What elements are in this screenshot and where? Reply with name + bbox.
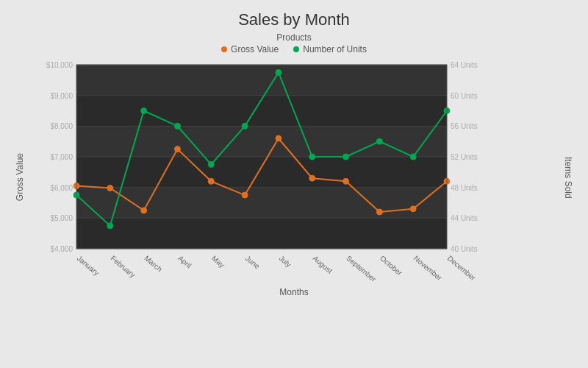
chart-outer: Gross Value $4,000$5,000$6,000$7,000$8,0… [15,57,573,297]
svg-point-37 [376,209,382,215]
svg-point-32 [208,178,214,184]
svg-point-49 [376,138,382,144]
svg-text:$4,000: $4,000 [50,245,73,253]
svg-point-33 [242,192,248,198]
svg-text:60 Units: 60 Units [451,92,478,100]
svg-rect-1 [76,65,447,96]
svg-text:$8,000: $8,000 [50,122,73,130]
svg-text:June: June [244,254,262,271]
chart-title: Sales by Month [238,10,350,29]
svg-point-30 [141,208,147,213]
legend-units-label: Number of Units [303,44,367,54]
svg-text:$5,000: $5,000 [50,214,73,222]
svg-text:September: September [345,254,378,283]
svg-text:August: August [311,254,334,275]
svg-point-41 [107,223,113,229]
svg-point-44 [208,161,214,167]
svg-text:44 Units: 44 Units [451,214,478,222]
svg-text:March: March [143,254,163,273]
svg-point-43 [174,123,180,129]
svg-point-38 [410,206,416,212]
svg-text:64 Units: 64 Units [451,61,478,69]
legend-title: Products [276,32,311,43]
svg-point-35 [309,175,315,181]
gross-value-dot [221,46,227,52]
svg-point-47 [309,154,315,160]
svg-text:$6,000: $6,000 [50,184,73,192]
svg-text:July: July [278,254,293,269]
svg-text:56 Units: 56 Units [451,122,478,130]
svg-point-42 [141,108,147,114]
svg-text:December: December [446,254,478,283]
svg-text:52 Units: 52 Units [451,153,478,161]
legend-gross-value: Gross Value [221,44,279,54]
svg-rect-4 [76,157,447,188]
units-dot [293,46,299,52]
legend-units: Number of Units [293,44,367,54]
svg-text:October: October [379,254,404,277]
svg-text:40 Units: 40 Units [451,245,478,253]
chart-area-wrapper: $4,000$5,000$6,000$7,000$8,000$9,000$10,… [26,57,562,297]
svg-point-29 [107,185,113,191]
svg-text:January: January [76,254,101,277]
y-axis-right-label: Items Sold [563,157,573,199]
svg-point-31 [174,146,180,152]
svg-text:November: November [412,254,444,283]
svg-text:$9,000: $9,000 [50,92,73,100]
svg-point-48 [343,154,349,160]
y-axis-left-label: Gross Value [15,153,25,201]
chart-svg: $4,000$5,000$6,000$7,000$8,000$9,000$10,… [26,57,497,286]
svg-point-50 [410,154,416,160]
svg-point-46 [276,69,282,75]
x-axis-label: Months [26,287,562,297]
svg-text:$10,000: $10,000 [46,61,74,69]
svg-text:February: February [110,254,137,279]
svg-text:April: April [176,254,193,269]
svg-rect-6 [76,218,447,249]
svg-point-45 [242,123,248,129]
svg-text:May: May [210,254,226,269]
legend: Products Gross Value Number of Units [221,32,367,54]
svg-text:48 Units: 48 Units [451,184,478,192]
legend-gross-label: Gross Value [231,44,279,54]
svg-point-36 [343,178,349,184]
svg-text:$7,000: $7,000 [50,153,73,161]
svg-point-34 [276,135,282,141]
